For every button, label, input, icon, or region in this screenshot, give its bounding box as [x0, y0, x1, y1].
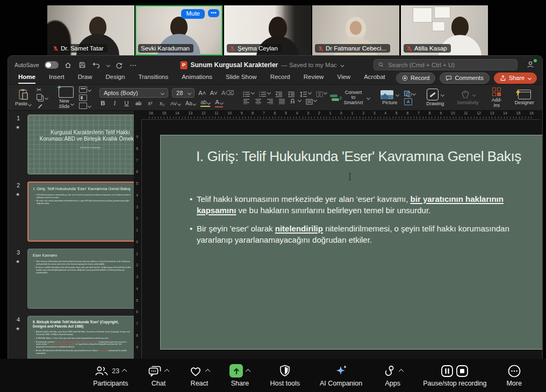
- react-control[interactable]: React: [189, 364, 210, 387]
- host-tools-control[interactable]: Host tools: [270, 364, 300, 387]
- columns-icon[interactable]: [316, 91, 327, 97]
- chat-control[interactable]: Chat: [148, 364, 169, 387]
- line-spacing-icon[interactable]: [300, 91, 311, 97]
- shrink-font-icon[interactable]: A˅: [210, 90, 217, 97]
- apps-control[interactable]: Apps: [382, 364, 403, 387]
- slide-title[interactable]: I. Giriş: Telif Hukukunda 'Eser' Kavramı…: [196, 147, 543, 165]
- shapes-icon[interactable]: [404, 91, 415, 97]
- italic-icon[interactable]: I: [111, 100, 118, 107]
- react-chevron[interactable]: [205, 369, 211, 374]
- tab-review[interactable]: Review: [304, 74, 324, 83]
- align-right-icon[interactable]: [267, 99, 274, 104]
- font-name-select[interactable]: Aptos (Body): [99, 88, 168, 98]
- slide-thumbnail-2-selected[interactable]: I. Giriş: Telif Hukukunda 'Eser' Kavramı…: [27, 182, 136, 242]
- presence-icon[interactable]: [526, 60, 536, 70]
- new-slide-button[interactable]: New Slide: [56, 86, 76, 110]
- cut-icon[interactable]: ✂: [37, 86, 48, 93]
- decrease-indent-icon[interactable]: [275, 91, 283, 97]
- designer-button[interactable]: Designer: [513, 89, 536, 106]
- video-tile-sevki[interactable]: Mute ••• Sevki Karaduman: [135, 5, 222, 55]
- chat-chevron[interactable]: [164, 369, 170, 374]
- video-tile-samet[interactable]: Dr. Samet Tatar: [47, 5, 134, 55]
- convert-to-smartart-button[interactable]: Convert to SmartArt: [330, 90, 370, 105]
- increase-indent-icon[interactable]: [288, 91, 295, 97]
- slide-thumbnail-1[interactable]: Kurgusal Karakterlerin Telif Hakkı Korum…: [27, 114, 136, 175]
- more-control[interactable]: More: [506, 364, 521, 387]
- tab-view[interactable]: View: [337, 74, 350, 83]
- paste-button[interactable]: Paste: [13, 88, 33, 107]
- text-box-icon[interactable]: A: [404, 99, 415, 105]
- apps-chevron[interactable]: [399, 369, 404, 374]
- bullet-list-icon[interactable]: [243, 91, 254, 97]
- share-control[interactable]: Share: [229, 364, 250, 387]
- section-icon[interactable]: [79, 103, 91, 109]
- slide-thumbnail-4[interactable]: II. Birleşik Krallık Telif Hukukunda 'Es…: [27, 316, 136, 359]
- tab-insert[interactable]: Insert: [49, 74, 64, 83]
- tab-design[interactable]: Design: [106, 74, 125, 83]
- tab-slide-show[interactable]: Slide Show: [226, 74, 257, 83]
- align-text-icon[interactable]: [306, 99, 317, 105]
- tab-animations[interactable]: Animations: [182, 74, 212, 83]
- undo-icon[interactable]: [92, 61, 100, 69]
- video-tile-seyma[interactable]: Şeyma Ceylan: [224, 5, 311, 55]
- search-field[interactable]: [373, 59, 518, 70]
- participants-chevron[interactable]: [122, 369, 127, 374]
- picture-button[interactable]: Picture: [378, 90, 401, 106]
- align-center-icon[interactable]: [255, 99, 262, 104]
- tab-acrobat[interactable]: Acrobat: [364, 74, 385, 83]
- text-direction-icon[interactable]: [290, 99, 301, 105]
- share-chevron[interactable]: [246, 369, 251, 374]
- participant-nametag: Atilla Kasap: [404, 44, 451, 53]
- video-tile-atilla[interactable]: Atilla Kasap: [401, 5, 488, 55]
- comments-button[interactable]: Comments: [440, 72, 489, 84]
- justify-icon[interactable]: [278, 99, 285, 104]
- tab-draw[interactable]: Draw: [78, 74, 92, 83]
- reset-icon[interactable]: [79, 95, 91, 101]
- font-color-icon[interactable]: A: [215, 99, 223, 107]
- redo-icon[interactable]: [115, 61, 124, 69]
- home-icon[interactable]: [64, 61, 73, 69]
- slide-thumbnail-3[interactable]: Eser Kavramı 'Eser' kavramı, telif hukuk…: [27, 249, 136, 309]
- superscript-icon[interactable]: x²: [147, 101, 154, 106]
- mic-muted-icon: [406, 46, 412, 52]
- highlight-color-icon[interactable]: ab: [200, 100, 210, 107]
- title-dropdown-chevron[interactable]: [341, 63, 344, 67]
- tab-home[interactable]: Home: [18, 74, 35, 84]
- undo-dropdown-chevron[interactable]: [106, 63, 110, 67]
- change-case-icon[interactable]: Aa: [185, 101, 196, 106]
- tab-record[interactable]: Record: [270, 74, 290, 83]
- mute-button[interactable]: Mute: [181, 9, 205, 19]
- video-tile-fatmanur[interactable]: Dr Fatmanur Cebeci...: [312, 5, 399, 55]
- save-icon[interactable]: [78, 61, 87, 69]
- document-title-group[interactable]: Sunum Kurgusal Karakterler — Saved to my…: [181, 56, 344, 74]
- search-input[interactable]: [387, 61, 513, 69]
- share-button[interactable]: Share: [494, 72, 537, 84]
- tab-transitions[interactable]: Transitions: [138, 74, 168, 83]
- participants-control[interactable]: 23 Participants: [93, 364, 128, 387]
- drawing-button[interactable]: Drawing: [424, 88, 446, 107]
- add-ins-button[interactable]: Add-ins: [490, 87, 504, 108]
- tile-more-button[interactable]: •••: [208, 9, 219, 17]
- record-button[interactable]: Record: [396, 72, 435, 84]
- ribbon: Paste ✂ New Slide: [8, 84, 542, 111]
- pause-stop-recording-control[interactable]: Pause/stop recording: [423, 364, 486, 387]
- bold-icon[interactable]: B: [99, 100, 106, 107]
- subscript-icon[interactable]: x₂: [159, 101, 166, 106]
- slide-body[interactable]: Telif hakkı korumasının merkezinde yer a…: [190, 193, 519, 252]
- underline-icon[interactable]: U: [123, 100, 130, 107]
- strikethrough-icon[interactable]: ab: [135, 101, 142, 106]
- font-size-select[interactable]: 28: [172, 88, 195, 98]
- format-painter-icon[interactable]: [37, 103, 48, 109]
- autosave-toggle[interactable]: [45, 61, 59, 69]
- numbered-list-icon[interactable]: 123: [259, 91, 270, 97]
- slide-canvas[interactable]: I. Giriş: Telif Hukukunda 'Eser' Kavramı…: [160, 135, 543, 350]
- clear-formatting-icon[interactable]: A⌫: [221, 90, 234, 97]
- grow-font-icon[interactable]: A˄: [198, 90, 206, 97]
- layout-icon[interactable]: [79, 86, 91, 93]
- copy-icon[interactable]: [37, 95, 48, 101]
- align-left-icon[interactable]: [243, 99, 250, 104]
- ai-companion-control[interactable]: AI Companion: [320, 364, 362, 387]
- heart-icon: [189, 365, 203, 378]
- more-commands-icon[interactable]: ⋯: [129, 61, 138, 69]
- character-spacing-icon[interactable]: AV: [170, 101, 181, 106]
